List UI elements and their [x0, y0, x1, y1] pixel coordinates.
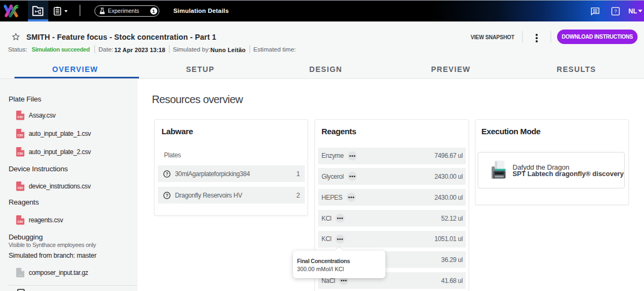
svg-text:...: ...: [19, 273, 21, 276]
svg-text:?: ?: [165, 193, 168, 198]
svg-text:CSV: CSV: [17, 220, 23, 223]
svg-text:CSV: CSV: [17, 134, 23, 137]
svg-text:CSV: CSV: [17, 152, 23, 155]
svg-text:CSV: CSV: [17, 115, 23, 119]
svg-text:?: ?: [165, 171, 168, 177]
svg-text:?: ?: [614, 9, 617, 14]
svg-text:CSV: CSV: [17, 186, 23, 190]
